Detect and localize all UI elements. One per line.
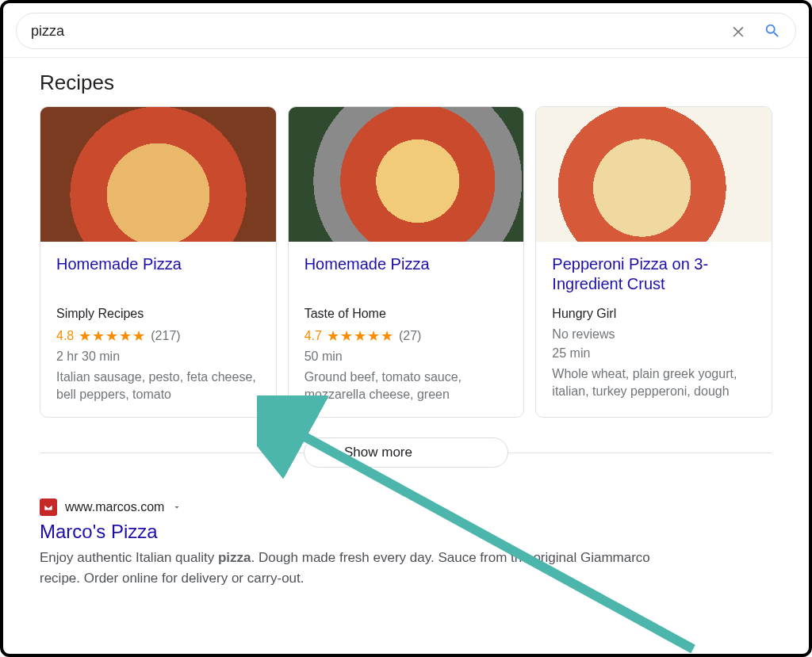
recipe-time: 50 min	[304, 350, 508, 364]
organic-result: www.marcos.com Marco's Pizza Enjoy authe…	[40, 498, 772, 588]
show-more-label: Show more	[344, 445, 412, 460]
favicon-icon	[40, 498, 57, 516]
no-reviews-label: No reviews	[552, 327, 756, 342]
search-input[interactable]	[31, 23, 730, 40]
recipe-image	[536, 107, 772, 242]
recipe-image	[40, 107, 276, 242]
result-description: Enjoy authentic Italian quality pizza. D…	[40, 548, 690, 588]
recipe-source: Hungry Girl	[552, 307, 756, 321]
recipe-cards: Homemade Pizza Simply Recipes 4.8 ★★★★★ …	[40, 106, 772, 418]
result-url-row[interactable]: www.marcos.com	[40, 498, 772, 516]
recipe-ingredients: Ground beef, tomato sauce, mozzarella ch…	[304, 369, 508, 403]
show-more-row: Show more	[40, 437, 772, 468]
recipe-image	[289, 107, 524, 242]
rating-stars-icon: ★★★★★	[327, 327, 394, 345]
recipe-card[interactable]: Homemade Pizza Simply Recipes 4.8 ★★★★★ …	[40, 106, 277, 418]
search-bar	[16, 13, 796, 49]
clear-icon[interactable]	[730, 23, 746, 39]
recipe-card-body: Pepperoni Pizza on 3-Ingredient Crust Hu…	[536, 242, 772, 414]
search-bar-actions	[730, 22, 781, 40]
result-desc-pre: Enjoy authentic Italian quality	[40, 550, 218, 565]
recipe-title[interactable]: Homemade Pizza	[304, 254, 508, 294]
recipe-card[interactable]: Pepperoni Pizza on 3-Ingredient Crust Hu…	[535, 106, 772, 418]
show-more-button[interactable]: Show more	[304, 437, 508, 468]
recipe-ingredients: Whole wheat, plain greek yogurt, italian…	[552, 365, 756, 399]
recipes-heading: Recipes	[40, 71, 772, 95]
recipe-source: Simply Recipes	[56, 307, 260, 321]
recipe-time: 25 min	[552, 346, 756, 361]
result-title[interactable]: Marco's Pizza	[40, 521, 772, 543]
recipe-rating: 4.8 ★★★★★ (217)	[56, 327, 260, 345]
rating-value: 4.8	[56, 329, 74, 343]
chevron-down-icon	[320, 446, 333, 459]
result-url: www.marcos.com	[65, 500, 164, 514]
recipe-time: 2 hr 30 min	[56, 350, 260, 364]
recipe-rating: 4.7 ★★★★★ (27)	[304, 327, 508, 345]
rating-count: (27)	[399, 329, 421, 343]
result-desc-bold: pizza	[218, 550, 251, 565]
recipe-title[interactable]: Pepperoni Pizza on 3-Ingredient Crust	[552, 254, 756, 294]
recipe-title[interactable]: Homemade Pizza	[56, 254, 260, 294]
recipe-ingredients: Italian sausage, pesto, feta cheese, bel…	[56, 369, 260, 403]
recipe-card-body: Homemade Pizza Simply Recipes 4.8 ★★★★★ …	[40, 242, 276, 417]
recipe-card[interactable]: Homemade Pizza Taste of Home 4.7 ★★★★★ (…	[288, 106, 525, 418]
search-icon[interactable]	[764, 22, 781, 40]
recipe-card-body: Homemade Pizza Taste of Home 4.7 ★★★★★ (…	[289, 242, 524, 417]
caret-down-icon[interactable]	[172, 502, 182, 512]
rating-value: 4.7	[304, 329, 322, 343]
recipe-source: Taste of Home	[304, 307, 508, 321]
rating-count: (217)	[151, 329, 180, 343]
rating-stars-icon: ★★★★★	[79, 327, 146, 345]
search-results-content: Recipes Homemade Pizza Simply Recipes 4.…	[3, 58, 809, 588]
